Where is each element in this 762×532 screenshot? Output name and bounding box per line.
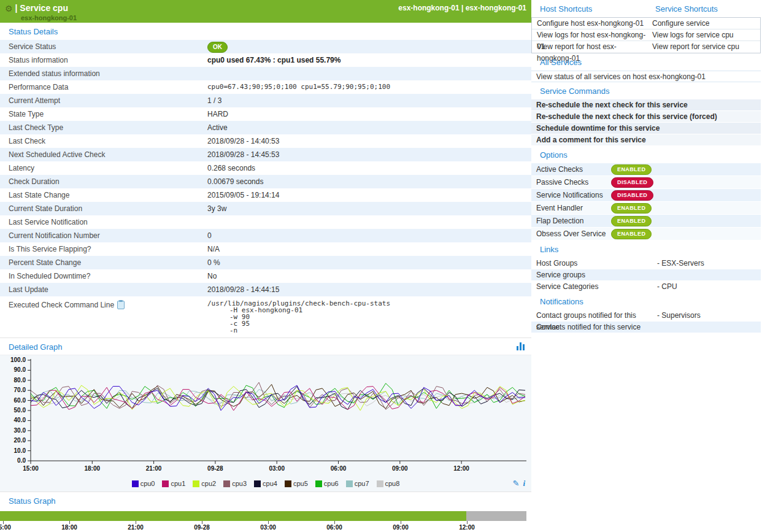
host-shortcut-link[interactable]: View report for host esx-hongkong-01 — [532, 41, 647, 53]
status-row-value: OK — [207, 40, 531, 53]
service-shortcut-link[interactable]: View report for service cpu — [647, 41, 739, 53]
ok-status-badge: OK — [207, 42, 228, 53]
command-line: -n — [229, 327, 531, 334]
status-row: Current Attempt1 / 3 — [0, 94, 531, 107]
series-cpu3 — [31, 382, 525, 409]
heading-options[interactable]: Options — [531, 146, 761, 163]
clipboard-icon[interactable] — [117, 301, 125, 309]
status-row: Service StatusOK — [0, 40, 531, 53]
svg-text:70.0: 70.0 — [14, 387, 26, 393]
legend-label: cpu1 — [171, 480, 185, 487]
command-line-text: /usr/lib/nagios/plugins/check-bench-cpu-… — [207, 298, 531, 334]
option-label: Passive Checks — [531, 176, 611, 189]
svg-text:20.0: 20.0 — [14, 437, 26, 444]
status-row-value: /usr/lib/nagios/plugins/check-bench-cpu-… — [207, 298, 531, 334]
bar-chart-icon[interactable] — [517, 342, 525, 350]
svg-text:15:00: 15:00 — [23, 465, 39, 472]
status-row-label: Performance Data — [0, 80, 207, 94]
service-command-link[interactable]: Schedule downtime for this service — [531, 123, 761, 134]
status-row-value: 0 — [207, 229, 531, 242]
status-row-label: Check Duration — [0, 175, 207, 188]
legend-swatch-cpu0 — [132, 480, 139, 487]
sidebar: Host Shortcuts Service Shortcuts Configu… — [531, 0, 762, 532]
link-row-label: Host Groups — [531, 258, 657, 269]
legend-item-cpu1: cpu1 — [162, 480, 185, 487]
status-row: Current State Duration3y 3w — [0, 202, 531, 215]
status-row-value: 0.00679 seconds — [207, 175, 531, 188]
status-row-value: cpu0=67.43;90;95;0;100 cpu1=55.79;90;95;… — [207, 80, 531, 94]
service-shortcut-link[interactable]: View logs for service cpu — [647, 29, 734, 40]
status-axis-label: 09-28 — [194, 524, 210, 531]
svg-text:50.0: 50.0 — [14, 407, 26, 414]
gear-icon[interactable]: ⚙ — [5, 4, 13, 13]
heading-service-commands[interactable]: Service Commands — [531, 82, 761, 99]
heading-links[interactable]: Links — [531, 241, 761, 258]
legend-swatch-cpu8 — [377, 480, 383, 487]
status-row: Last Check2018/09/28 - 14:40:53 — [0, 134, 531, 148]
command-line: -w 90 — [229, 314, 531, 320]
status-row-label: Latency — [0, 161, 207, 175]
option-status-badge[interactable]: ENABLED — [611, 229, 652, 239]
heading-service-shortcuts[interactable]: Service Shortcuts — [647, 0, 718, 17]
option-row: Service NotificationsDISABLED — [531, 189, 761, 202]
status-axis-label: 09:00 — [393, 524, 409, 531]
option-status-badge[interactable]: ENABLED — [611, 164, 652, 175]
status-row-value: 2018/09/28 - 14:40:53 — [207, 134, 531, 148]
status-row-value: No — [207, 269, 531, 283]
header-host-links[interactable]: esx-hongkong-01 | esx-hongkong-01 — [398, 4, 526, 12]
host-shortcut-link[interactable]: View logs for host esx-hongkong-01 — [532, 29, 647, 40]
shortcut-row: View report for host esx-hongkong-01View… — [532, 41, 760, 53]
status-row-label: Status information — [0, 53, 207, 67]
legend-swatch-cpu7 — [346, 480, 353, 487]
legend-label: cpu4 — [263, 480, 277, 487]
status-row-label: Last State Change — [0, 188, 207, 202]
service-shortcut-link[interactable]: Configure service — [647, 18, 709, 29]
legend-item-cpu6: cpu6 — [315, 480, 339, 487]
notification-row-label: Contacts notified for this service — [531, 322, 657, 333]
svg-text:30.0: 30.0 — [14, 427, 26, 434]
host-shortcut-link[interactable]: Configure host esx-hongkong-01 — [532, 18, 647, 29]
link-row-label: Service Categories — [531, 281, 657, 292]
option-label: Active Checks — [531, 163, 611, 176]
service-command-link[interactable]: Add a comment for this service — [531, 134, 761, 146]
option-status-badge[interactable]: DISABLED — [611, 190, 653, 201]
page: ⚙| Service cpu esx-hongkong-01 esx-hongk… — [0, 0, 762, 532]
cpu-line-chart: 0.010.020.030.040.050.060.070.080.090.01… — [0, 355, 531, 479]
status-row: In Scheduled Downtime?No — [0, 269, 531, 283]
service-command-link[interactable]: Re-schedule the next check for this serv… — [531, 99, 761, 111]
status-row-value: 2015/09/05 - 19:14:14 — [207, 188, 531, 202]
svg-text:100.0: 100.0 — [10, 357, 26, 363]
option-status-badge[interactable]: ENABLED — [611, 216, 652, 226]
all-services-link[interactable]: View status of all services on host esx-… — [531, 71, 761, 82]
svg-text:09:00: 09:00 — [392, 465, 408, 472]
status-row: Check Duration0.00679 seconds — [0, 175, 531, 188]
svg-text:60.0: 60.0 — [14, 397, 26, 404]
section-detailed-graph[interactable]: Detailed Graph — [0, 338, 62, 355]
status-row-value: 0.268 seconds — [207, 161, 531, 175]
status-row-value: cpu0 used 67.43% : cpu1 used 55.79% — [207, 53, 531, 67]
shortcut-headings: Host Shortcuts Service Shortcuts — [531, 0, 761, 17]
svg-text:80.0: 80.0 — [14, 377, 26, 384]
info-icon[interactable]: i — [523, 479, 525, 488]
legend-swatch-cpu4 — [254, 480, 261, 487]
section-status-graph[interactable]: Status Graph — [0, 492, 56, 509]
status-timeline-bar — [0, 511, 526, 521]
svg-text:21:00: 21:00 — [146, 465, 162, 472]
status-row-label: Current State Duration — [0, 202, 207, 215]
legend-label: cpu0 — [140, 480, 155, 487]
section-status-details[interactable]: Status Details — [0, 23, 531, 40]
shortcuts-table: Configure host esx-hongkong-01Configure … — [531, 17, 761, 53]
option-status-badge[interactable]: ENABLED — [611, 203, 652, 214]
status-row-value: Active — [207, 121, 531, 134]
pencil-icon[interactable]: ✎ — [512, 479, 519, 488]
status-row-value — [207, 215, 531, 229]
heading-notifications[interactable]: Notifications — [531, 293, 761, 310]
option-status-badge[interactable]: DISABLED — [611, 177, 653, 188]
status-row-label: Last Service Notification — [0, 215, 207, 229]
service-command-link[interactable]: Re-schedule the next check for this serv… — [531, 111, 761, 123]
legend-item-cpu4: cpu4 — [254, 480, 277, 487]
notification-row: Contacts notified for this service — [531, 322, 761, 333]
status-graph-panel: 15:0018:0021:0009-2803:0006:0009:0012:00 — [0, 509, 531, 532]
heading-host-shortcuts[interactable]: Host Shortcuts — [531, 0, 647, 17]
legend-label: cpu3 — [232, 480, 247, 487]
